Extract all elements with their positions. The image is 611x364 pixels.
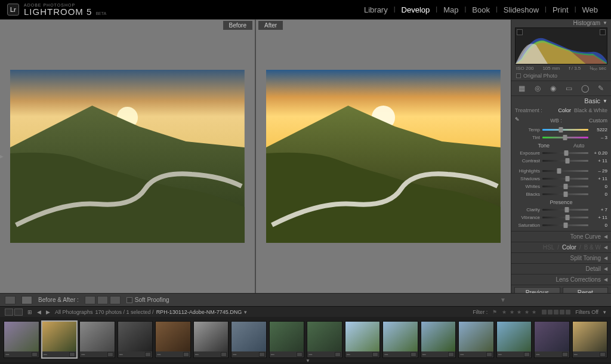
wb-dropdown[interactable]: Custom (589, 118, 607, 124)
saturation-value: 0 (591, 223, 607, 228)
filmstrip-thumb[interactable]: ••••• (118, 321, 153, 358)
contrast-slider[interactable]: Contrast+ 11 (515, 157, 607, 165)
original-photo-checkbox[interactable] (516, 73, 521, 78)
vibrance-slider[interactable]: Vibrance+ 11 (515, 214, 607, 221)
grid-icon[interactable]: ⊞ (27, 309, 32, 315)
ba-layout-2-button[interactable] (97, 296, 108, 304)
module-map[interactable]: Map (437, 5, 464, 14)
filmstrip-thumb[interactable]: ••••• (345, 321, 381, 358)
shadow-clip-icon[interactable] (517, 29, 523, 35)
previous-button[interactable]: Previous (514, 287, 560, 293)
gradient-tool-icon[interactable]: ▭ (563, 83, 575, 94)
toolbar-chevron-icon[interactable]: ▼ (500, 297, 506, 303)
filmstrip-thumb[interactable]: ••••• (231, 321, 267, 358)
filter-lock-icon[interactable]: ▾ (603, 309, 606, 315)
filmstrip[interactable]: ••••••••••••••••••••••••••••••••••••••••… (0, 317, 611, 362)
tone-curve-panel-header[interactable]: Tone Curve◀ (511, 232, 611, 242)
before-after-label: Before & After : (38, 297, 79, 303)
filter-preset-dropdown[interactable]: Filters Off (575, 309, 598, 315)
split-toning-panel-header[interactable]: Split Toning◀ (511, 253, 611, 264)
temp-slider[interactable]: Temp5222 (515, 126, 607, 134)
soft-proof-checkbox[interactable] (126, 297, 132, 303)
filmstrip-thumb[interactable]: ••••• (79, 321, 115, 358)
eyedropper-icon[interactable]: ✎ (515, 116, 523, 125)
filmstrip-thumb[interactable]: ••••• (307, 321, 342, 358)
histogram-panel-header[interactable]: Histogram▼ (511, 20, 611, 26)
chevron-down-icon[interactable]: ▾ (244, 309, 247, 315)
clarity-slider[interactable]: Clarity+ 7 (515, 206, 607, 214)
compare-view-button[interactable] (21, 296, 32, 304)
filmstrip-thumb[interactable]: ••••• (496, 321, 532, 358)
app-header: Lr ADOBE PHOTOSHOP LIGHTROOM 5 BETA Libr… (0, 0, 611, 20)
histogram[interactable] (515, 27, 607, 64)
filmstrip-toggle-icon[interactable]: ▼ (306, 358, 310, 363)
before-label: Before (223, 21, 252, 30)
ba-swap-button[interactable] (110, 296, 121, 304)
flag-filter-icon[interactable]: ⚑ (492, 309, 497, 315)
crop-tool-icon[interactable]: ▦ (516, 83, 527, 94)
redeye-tool-icon[interactable]: ◉ (547, 83, 559, 94)
hsl-panel-header[interactable]: HSL/Color/B & W◀ (511, 242, 611, 253)
after-pane[interactable]: After (255, 20, 511, 293)
brush-tool-icon[interactable]: ✎ (595, 83, 607, 94)
ba-layout-1-button[interactable] (85, 296, 95, 304)
auto-tone-button[interactable]: Auto (573, 143, 585, 149)
filmstrip-thumb[interactable]: ••••• (458, 321, 494, 358)
logo-beta: BETA (95, 11, 106, 16)
basic-panel: Basic▼ Treatment : Color Black & White ✎… (511, 96, 611, 232)
filmstrip-thumb[interactable]: ••••• (193, 321, 229, 358)
shadows-slider[interactable]: Shadows+ 11 (515, 175, 607, 183)
whites-value: 0 (591, 184, 607, 189)
filmstrip-thumb[interactable]: ••••• (4, 321, 39, 358)
basic-panel-header[interactable]: Basic▼ (511, 96, 611, 106)
spot-tool-icon[interactable]: ◎ (532, 83, 544, 94)
detail-panel-header[interactable]: Detail◀ (511, 264, 611, 274)
module-library[interactable]: Library (358, 5, 394, 14)
color-filter[interactable] (542, 310, 570, 314)
filmstrip-thumb[interactable]: ••••• (572, 321, 608, 358)
lens-panel-header[interactable]: Lens Corrections◀ (511, 274, 611, 285)
triangle-left-icon: ◀ (604, 234, 607, 239)
filmstrip-thumb[interactable]: ••••• (42, 321, 78, 358)
filmstrip-thumb[interactable]: ••••• (269, 321, 305, 358)
exposure-value: + 0.20 (591, 150, 607, 156)
saturation-slider[interactable]: Saturation0 (515, 221, 607, 229)
logo-title: LIGHTROOM 5 (24, 7, 92, 17)
blacks-slider[interactable]: Blacks0 (515, 190, 607, 198)
module-slideshow[interactable]: Slideshow (498, 5, 545, 14)
filmstrip-thumb[interactable]: ••••• (534, 321, 570, 358)
second-window-button[interactable] (14, 309, 23, 316)
tint-value: – 3 (591, 135, 607, 140)
treatment-bw[interactable]: Black & White (574, 107, 607, 113)
blacks-value: 0 (591, 192, 607, 197)
highlight-clip-icon[interactable] (600, 29, 606, 35)
module-develop[interactable]: Develop (396, 5, 436, 14)
treatment-color[interactable]: Color (558, 107, 571, 113)
exposure-slider[interactable]: Exposure+ 0.20 (515, 149, 607, 157)
module-book[interactable]: Book (466, 5, 496, 14)
temp-value: 5222 (591, 127, 607, 132)
tint-slider[interactable]: Tint– 3 (515, 134, 607, 141)
source-label[interactable]: All Photographs (55, 309, 93, 315)
rating-filter[interactable]: ★ ★ ★ ★ ★ (502, 309, 537, 315)
clarity-label: Clarity (515, 207, 540, 212)
reset-button[interactable]: Reset (563, 287, 609, 293)
original-photo-row[interactable]: Original Photo (511, 72, 611, 81)
triangle-left-icon: ◀ (604, 266, 607, 272)
main-window-button[interactable] (5, 309, 13, 316)
module-web[interactable]: Web (576, 5, 604, 14)
basic-title: Basic (584, 97, 600, 104)
back-icon[interactable]: ◀ (37, 309, 41, 315)
before-pane[interactable]: Before (0, 20, 255, 293)
filmstrip-thumb[interactable]: ••••• (382, 321, 418, 358)
forward-icon[interactable]: ▶ (46, 309, 50, 315)
bw-title: B & W (584, 244, 601, 251)
module-print[interactable]: Print (547, 5, 575, 14)
radial-tool-icon[interactable]: ◯ (579, 83, 591, 94)
whites-slider[interactable]: Whites0 (515, 183, 607, 190)
filmstrip-thumb[interactable]: ••••• (155, 321, 191, 358)
filmstrip-thumb[interactable]: ••••• (421, 321, 456, 358)
highlights-slider[interactable]: Highlights– 29 (515, 167, 607, 175)
histogram-meta: ISO 200 105 mm f / 3.5 ¹⁄₂₅₀ sec (511, 65, 611, 72)
loupe-view-button[interactable] (5, 296, 16, 304)
